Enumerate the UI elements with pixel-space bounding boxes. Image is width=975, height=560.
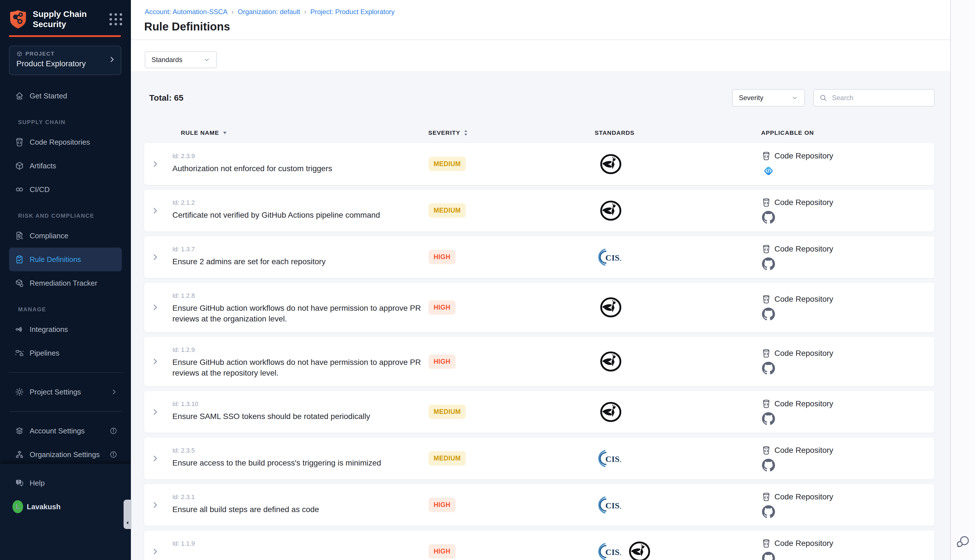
search-input[interactable] [831, 93, 929, 102]
applicable-on-label: Code Repository [775, 245, 833, 253]
standards-cell [595, 190, 761, 232]
sidebar-item-get-started[interactable]: Get Started [9, 84, 122, 108]
app-switcher-grid-icon[interactable] [109, 13, 122, 25]
svg-text:?: ? [17, 480, 20, 484]
cis-standard-icon: CIS [598, 495, 624, 515]
sidebar-divider [9, 411, 122, 412]
sidebar-item-project-settings[interactable]: Project Settings [9, 380, 122, 404]
rule-name: Ensure GitHub action workflows do not ha… [172, 303, 426, 324]
gear-icon [14, 387, 25, 397]
home-icon [14, 91, 25, 101]
layers-icon [14, 426, 25, 436]
rule-name-column-header[interactable]: RULE NAME [144, 130, 428, 136]
search-box [813, 89, 935, 107]
table-row[interactable]: Id: 1.2.9 Ensure GitHub action workflows… [144, 337, 935, 387]
header-divider [131, 40, 950, 40]
breadcrumb-project-link[interactable]: Project: Product Exploratory [311, 8, 395, 16]
table-row[interactable]: Id: 1.1.9 HIGH CIS Code Repositor [144, 530, 935, 560]
owasp-standard-icon [598, 199, 623, 222]
row-expand-chevron-icon[interactable] [144, 484, 172, 526]
code-repository-icon-slot [761, 445, 771, 455]
sidebar-item-integrations[interactable]: Integrations [9, 318, 122, 341]
cis-standard-icon: CIS [598, 247, 624, 267]
table-header-row: RULE NAME SEVERITY STANDARDS APPLICABLE … [144, 123, 935, 143]
severity-badge: HIGH [429, 355, 456, 369]
table-row[interactable]: Id: 1.3.10 Ensure SAML SSO tokens should… [144, 390, 935, 433]
chat-bubbles-icon [955, 534, 970, 550]
org-hierarchy-gear-icon [14, 450, 25, 459]
sidebar-item-code-repositories[interactable]: Code Repositories [9, 130, 122, 154]
table-row[interactable]: Id: 1.2.8 Ensure GitHub action workflows… [144, 282, 935, 332]
row-expand-chevron-icon[interactable] [144, 530, 172, 560]
sidebar-item-compliance[interactable]: Compliance [9, 224, 122, 248]
row-expand-chevron-icon[interactable] [144, 391, 172, 433]
provider-icon-slot [762, 362, 934, 375]
table-row[interactable]: Id: 2.3.5 Ensure access to the build pro… [144, 437, 935, 480]
clipboard-check-icon [14, 255, 25, 264]
table-row[interactable]: Id: 2.3.9 Authorization not enforced for… [144, 143, 935, 185]
sidebar-collapse-handle[interactable] [124, 500, 132, 529]
supply-chain-security-app: Supply Chain Security PROJECT Product Ex… [0, 0, 975, 560]
main-content: Account: Automation-SSCA Organization: d… [131, 0, 950, 560]
document-search-icon [14, 231, 25, 240]
standards-cell: CIS [595, 236, 761, 278]
severity-badge: MEDIUM [429, 157, 466, 171]
row-expand-chevron-icon[interactable] [144, 283, 172, 332]
sidebar-item-remediation-tracker[interactable]: Remediation Tracker [9, 271, 122, 295]
provider-icon-slot [762, 257, 934, 270]
applicable-on-label: Code Repository [775, 539, 833, 548]
user-name: Lavakush [27, 502, 61, 511]
row-expand-chevron-icon[interactable] [144, 236, 172, 278]
row-expand-chevron-icon[interactable] [144, 437, 172, 479]
severity-badge: MEDIUM [429, 405, 466, 419]
user-avatar: L [12, 500, 23, 513]
github-provider-icon [762, 552, 775, 560]
integrations-icon [14, 325, 25, 334]
standards-cell [595, 391, 761, 433]
applicable-on-label: Code Repository [775, 446, 833, 455]
github-provider-icon [762, 459, 775, 472]
table-row[interactable]: Id: 2.1.2 Certificate not verified by Gi… [144, 189, 935, 232]
row-expand-chevron-icon[interactable] [144, 143, 172, 185]
severity-filter-dropdown[interactable]: Severity [732, 89, 805, 107]
github-provider-icon [762, 412, 775, 425]
sidebar-item-pipelines[interactable]: Pipelines [9, 341, 122, 365]
info-icon [109, 427, 117, 435]
sidebar-user[interactable]: L Lavakush [9, 495, 122, 518]
section-supply-chain: SUPPLY CHAIN [0, 114, 131, 130]
table-row[interactable]: Id: 1.3.7 Ensure 2 admins are set for ea… [144, 236, 935, 278]
breadcrumb-organization-link[interactable]: Organization: default [237, 8, 300, 16]
sidebar-item-artifacts[interactable]: Artifacts [9, 154, 122, 178]
sidebar-divider [9, 372, 122, 373]
project-chevron-icon [109, 56, 116, 63]
severity-badge: HIGH [429, 544, 456, 558]
row-expand-chevron-icon[interactable] [144, 337, 172, 386]
sidebar-item-rule-definitions[interactable]: Rule Definitions [9, 248, 122, 271]
applicable-on-label: Code Repository [775, 198, 833, 207]
sidebar-item-cicd[interactable]: CI/CD [9, 178, 122, 201]
github-provider-icon [762, 362, 775, 375]
infinity-icon [14, 185, 25, 194]
code-repo-bucket-icon [14, 137, 25, 147]
rule-name: Ensure all build steps are defined as co… [172, 504, 426, 515]
severity-column-header[interactable]: SEVERITY [428, 130, 595, 136]
sidebar-item-organization-settings[interactable]: Organization Settings [9, 443, 122, 467]
row-expand-chevron-icon[interactable] [144, 190, 172, 232]
standards-filter-dropdown[interactable]: Standards [145, 51, 217, 68]
rule-id: Id: 1.3.7 [172, 246, 429, 253]
chevron-left-icon [125, 520, 130, 525]
breadcrumb-account-link[interactable]: Account: Automation-SSCA [145, 8, 227, 16]
standards-cell [595, 337, 761, 386]
harness-code-provider-icon [762, 164, 775, 177]
project-selector[interactable]: PROJECT Product Exploratory [9, 46, 121, 75]
rule-id: Id: 2.3.9 [172, 153, 429, 160]
sidebar-item-help[interactable]: ? Help [9, 471, 122, 495]
code-repository-icon [761, 445, 771, 455]
support-chat-button[interactable] [955, 534, 970, 550]
table-row[interactable]: Id: 2.3.1 Ensure all build steps are def… [144, 483, 935, 526]
chevron-right-icon [110, 388, 117, 395]
standards-cell: CIS [595, 530, 761, 560]
sidebar-item-account-settings[interactable]: Account Settings [9, 419, 122, 443]
code-repository-icon [761, 348, 771, 358]
rule-name: Ensure GitHub action workflows do not ha… [172, 357, 426, 378]
